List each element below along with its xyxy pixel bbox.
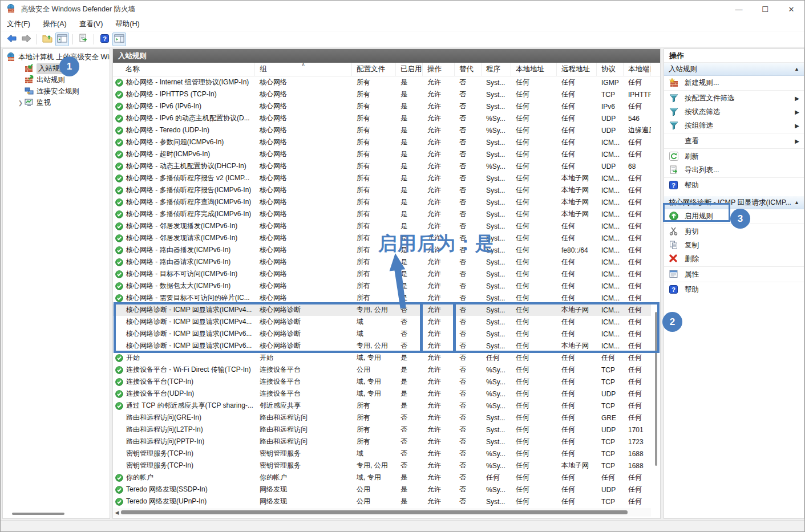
action-item-帮助[interactable]: ?帮助	[664, 178, 804, 192]
console-tree-toggle-button[interactable]	[55, 33, 69, 46]
scroll-left-arrow-icon[interactable]: ◀	[113, 510, 121, 515]
minimize-button[interactable]: —	[726, 1, 752, 18]
rule-row[interactable]: 核心网络 - 多播侦听程序完成(ICMPv6-In)核心网络所有是允许否Syst…	[113, 208, 651, 220]
column-header-7[interactable]: 本地地址	[511, 63, 557, 76]
rule-row[interactable]: 核心网络 - 路由器请求(ICMPv6-In)核心网络所有是允许否Syst...…	[113, 256, 651, 268]
rule-row[interactable]: 核心网络 - IPv6 的动态主机配置协议(D...核心网络所有是允许否%Sy.…	[113, 112, 651, 124]
actions-section-header-0[interactable]: 入站规则▲	[664, 63, 804, 76]
cell-text: 允许	[427, 221, 441, 231]
help-button[interactable]: ?	[98, 33, 111, 46]
menu-item-3[interactable]: 帮助(H)	[109, 19, 145, 29]
rule-row[interactable]: 核心网络 - IPHTTPS (TCP-In)核心网络所有是允许否Syst...…	[113, 88, 651, 100]
rule-row[interactable]: 核心网络 - 多播侦听程序报告 v2 (ICMP...核心网络所有是允许否Sys…	[113, 172, 651, 184]
action-item-刷新[interactable]: 刷新	[664, 149, 804, 163]
rule-row[interactable]: 你的帐户你的帐户域, 专用是允许否任何任何任何任何任何	[113, 472, 651, 484]
rule-row[interactable]: Teredo 网络发现(SSDP-In)网络发现公用是允许否%Sy...任何任何…	[113, 484, 651, 496]
rule-row[interactable]: 核心网络 - 邻居发现播发(ICMPv6-In)核心网络所有是允许否Syst..…	[113, 220, 651, 232]
cell-text: 所有	[357, 185, 370, 195]
rule-row[interactable]: 路由和远程访问(GRE-In)路由和远程访问所有否允许否Syst...任何任何G…	[113, 412, 651, 424]
action-item-新建规则[interactable]: 新建规则...	[664, 76, 804, 90]
rule-row[interactable]: 密钥管理服务(TCP-In)密钥管理服务域否允许否%Sy...任何任何TCP16…	[113, 448, 651, 460]
maximize-button[interactable]: ☐	[752, 1, 778, 18]
rule-row[interactable]: 连接设备平台 - Wi-Fi Direct 传输(TCP-In)连接设备平台公用…	[113, 364, 651, 376]
rule-local-address-cell: 任何	[511, 256, 557, 268]
action-item-删除[interactable]: 删除	[664, 252, 804, 266]
cell-text: 允许	[427, 90, 441, 99]
cell-text: 否	[401, 413, 407, 423]
rule-override-cell: 否	[455, 388, 482, 400]
rule-row[interactable]: 核心网络 - 超时(ICMPv6-In)核心网络所有是允许否Syst...任何任…	[113, 148, 651, 160]
check-icon	[115, 210, 123, 218]
rule-group-cell: 核心网络	[255, 184, 352, 196]
cell-text: 任何	[561, 149, 575, 159]
sidebar-item-connection-security[interactable]: 连接安全规则	[3, 86, 110, 97]
rule-row[interactable]: 通过 TCP 的邻近感应共享(TCP sharing-...邻近感应共享所有是允…	[113, 400, 651, 412]
rule-row[interactable]: 密钥管理服务(TCP-In)密钥管理服务专用, 公用否允许否%Sy...任何本地…	[113, 460, 651, 472]
rule-row[interactable]: 核心网络 - 动态主机配置协议(DHCP-In)核心网络所有是允许否%Sy...…	[113, 160, 651, 172]
column-header-10[interactable]: 本地端口	[624, 63, 651, 76]
folder-up-button[interactable]	[41, 33, 54, 46]
rule-row[interactable]: 核心网络 - 多播侦听程序报告(ICMPv6-In)核心网络所有是允许否Syst…	[113, 184, 651, 196]
rule-row[interactable]: 核心网络 - 目标不可访问(ICMPv6-In)核心网络所有是允许否Syst..…	[113, 268, 651, 280]
collapse-icon[interactable]: ▲	[794, 200, 799, 205]
cell-text: 任何	[561, 161, 575, 171]
export-list-button[interactable]	[76, 33, 90, 46]
action-item-按状态筛选[interactable]: 按状态筛选▶	[664, 105, 804, 119]
column-header-4[interactable]: 操作	[423, 63, 455, 76]
action-item-按配置文件筛选[interactable]: 按配置文件筛选▶	[664, 91, 804, 105]
cell-text: 连接设备平台	[260, 365, 301, 375]
tree-root-item[interactable]: 本地计算机 上的高级安全 Windows Defender 防火墙	[3, 51, 110, 63]
column-header-2[interactable]: 配置文件	[352, 63, 396, 76]
cell-text: %Sy...	[486, 462, 505, 470]
close-button[interactable]: ✕	[778, 1, 804, 18]
rule-group-cell: 核心网络	[255, 160, 352, 172]
menu-item-1[interactable]: 操作(A)	[37, 19, 73, 29]
collapse-icon[interactable]: ▲	[794, 66, 799, 72]
actions-separator	[664, 177, 804, 178]
forward-button[interactable]	[19, 33, 33, 46]
rule-name-cell: 核心网络 - 路由器播发(ICMPv6-In)	[113, 244, 255, 256]
rule-row[interactable]: 核心网络 - 参数问题(ICMPv6-In)核心网络所有是允许否Syst...任…	[113, 136, 651, 148]
rule-row[interactable]: 连接设备平台(UDP-In)连接设备平台域, 专用是允许否%Sy...任何任何U…	[113, 388, 651, 400]
rule-row[interactable]: 路由和远程访问(L2TP-In)路由和远程访问所有否允许否Syst...任何任何…	[113, 424, 651, 436]
rule-row[interactable]: 路由和远程访问(PPTP-In)路由和远程访问所有否允许否Syst...任何任何…	[113, 436, 651, 448]
cell-text: 否	[459, 113, 466, 123]
column-header-0[interactable]: 名称	[113, 63, 255, 76]
column-header-8[interactable]: 远程地址	[557, 63, 597, 76]
menu-item-0[interactable]: 文件(F)	[1, 19, 37, 29]
rule-override-cell: 否	[455, 352, 482, 364]
rule-enabled-cell: 是	[396, 376, 423, 388]
action-item-导出列表[interactable]: 导出列表...	[664, 163, 804, 177]
rule-row[interactable]: 核心网络 - 多播侦听程序查询(ICMPv6-In)核心网络所有是允许否Syst…	[113, 196, 651, 208]
cell-text: 否	[459, 413, 466, 423]
action-item-帮助[interactable]: ?帮助	[664, 283, 804, 297]
action-item-按组筛选[interactable]: 按组筛选▶	[664, 119, 804, 132]
back-button[interactable]	[5, 33, 18, 46]
rule-row[interactable]: 核心网络 - 数据包太大(ICMPv6-In)核心网络所有是允许否Syst...…	[113, 280, 651, 292]
rule-row[interactable]: 核心网络 - Internet 组管理协议(IGMP-In)核心网络所有是允许否…	[113, 76, 651, 88]
sidebar-item-inbound-rules[interactable]: 入站规则	[3, 63, 110, 74]
column-header-6[interactable]: 程序	[482, 63, 511, 76]
rule-row[interactable]: Teredo 网络发现(UPnP-In)网络发现公用是允许否Syst...任何任…	[113, 496, 651, 507]
column-header-9[interactable]: 协议	[597, 63, 624, 76]
rule-row[interactable]: 开始开始域, 专用是允许否任何任何任何任何任何	[113, 352, 651, 364]
annotation-box-divider-2	[453, 302, 456, 353]
tree-horizontal-scrollbar[interactable]	[12, 513, 64, 515]
rule-row[interactable]: 连接设备平台(TCP-In)连接设备平台域, 专用是允许否%Sy...任何任何T…	[113, 376, 651, 388]
action-item-复制[interactable]: 复制	[664, 238, 804, 252]
action-pane-toggle-button[interactable]	[112, 33, 126, 46]
list-horizontal-scrollbar[interactable]: ◀	[113, 508, 651, 517]
action-item-查看[interactable]: 查看▶	[664, 134, 804, 148]
rule-enabled-cell: 是	[396, 160, 423, 172]
rule-row[interactable]: 核心网络 - Teredo (UDP-In)核心网络所有是允许否%Sy...任何…	[113, 124, 651, 136]
action-item-属性[interactable]: 属性	[664, 267, 804, 281]
expand-chevron-icon[interactable]: ❯	[17, 100, 25, 106]
column-header-5[interactable]: 替代	[455, 63, 482, 76]
sidebar-item-outbound-rules[interactable]: 出站规则	[3, 74, 110, 86]
sidebar-item-monitoring[interactable]: ❯监视	[3, 97, 110, 108]
column-header-3[interactable]: 已启用	[396, 63, 423, 76]
menu-item-2[interactable]: 查看(V)	[73, 19, 110, 29]
column-header-1[interactable]: 组∧	[255, 63, 352, 76]
scroll-thumb[interactable]	[121, 510, 628, 514]
rule-row[interactable]: 核心网络 - IPv6 (IPv6-In)核心网络所有是允许否Syst...任何…	[113, 100, 651, 112]
